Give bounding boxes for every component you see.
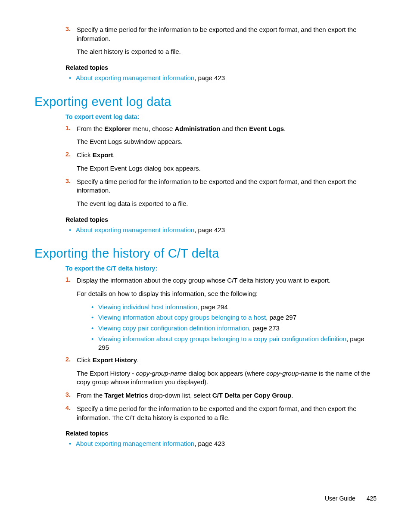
- related-topics-list: About exporting management information, …: [65, 226, 377, 235]
- step-result: The Export History - copy-group-name dia…: [77, 369, 377, 387]
- related-topics-heading: Related topics: [65, 430, 377, 437]
- page-number: 425: [367, 495, 377, 502]
- step-4: 4. Specify a time period for the informa…: [65, 404, 377, 422]
- step-text: Display the information about the copy g…: [77, 276, 377, 285]
- procedure-title: To export the C/T delta history:: [65, 265, 377, 272]
- step-number: 3.: [65, 391, 71, 398]
- footer-label: User Guide: [325, 495, 355, 502]
- step-number: 1.: [65, 124, 71, 131]
- step-text: From the Target Metrics drop-down list, …: [77, 391, 377, 400]
- related-topic-item: About exporting management information, …: [65, 439, 377, 448]
- step-text: From the Explorer menu, choose Administr…: [77, 124, 377, 134]
- reference-item: Viewing information about copy groups be…: [88, 313, 377, 322]
- step-subtext: For details on how to display this infor…: [77, 289, 377, 299]
- related-topics-heading: Related topics: [65, 64, 377, 71]
- reference-item: Viewing individual host information, pag…: [88, 303, 377, 312]
- step-1: 1. From the Explorer menu, choose Admini…: [65, 124, 377, 146]
- step-text: Click Export History.: [77, 356, 377, 365]
- step-number: 2.: [65, 151, 71, 158]
- step-text: Specify a time period for the informatio…: [77, 177, 377, 195]
- related-topics-heading: Related topics: [65, 216, 377, 223]
- reference-item: Viewing copy pair configuration definiti…: [88, 324, 377, 333]
- section-title-ct-delta: Exporting the history of C/T delta: [34, 246, 377, 261]
- related-link[interactable]: About exporting management information: [76, 440, 194, 447]
- ref-link-copy-pair-config[interactable]: Viewing copy pair configuration definiti…: [98, 324, 249, 332]
- step-result: The Event Logs subwindow appears.: [77, 137, 377, 146]
- ref-link-host-info[interactable]: Viewing individual host information: [98, 303, 197, 311]
- step-number: 2.: [65, 356, 71, 363]
- content-area: 3. Specify a time period for the informa…: [65, 25, 377, 448]
- page: 3. Specify a time period for the informa…: [0, 0, 411, 532]
- ref-link-copy-groups-host[interactable]: Viewing information about copy groups be…: [98, 314, 266, 321]
- step-number: 1.: [65, 276, 71, 283]
- page-footer: User Guide 425: [325, 495, 377, 502]
- related-link[interactable]: About exporting management information: [76, 226, 194, 233]
- ref-link-copy-groups-definition[interactable]: Viewing information about copy groups be…: [98, 335, 346, 342]
- event-log-steps: 1. From the Explorer menu, choose Admini…: [65, 124, 377, 208]
- ct-delta-steps: 1. Display the information about the cop…: [65, 276, 377, 422]
- reference-item: Viewing information about copy groups be…: [88, 335, 377, 352]
- related-topic-item: About exporting management information, …: [65, 226, 377, 235]
- related-topics-list: About exporting management information, …: [65, 74, 377, 83]
- step-number: 4.: [65, 404, 71, 411]
- step-3: 3. Specify a time period for the informa…: [65, 25, 377, 56]
- related-topics-list: About exporting management information, …: [65, 439, 377, 448]
- reference-links: Viewing individual host information, pag…: [88, 303, 377, 352]
- step-text: Specify a time period for the informatio…: [77, 25, 377, 43]
- step-text: Click Export.: [77, 151, 377, 160]
- step-number: 3.: [65, 177, 71, 184]
- step-result: The event log data is exported to a file…: [77, 199, 377, 208]
- related-page-ref: , page 423: [194, 74, 225, 81]
- step-result: The Export Event Logs dialog box appears…: [77, 164, 377, 173]
- related-page-ref: , page 423: [194, 226, 225, 233]
- top-steps: 3. Specify a time period for the informa…: [65, 25, 377, 56]
- step-2: 2. Click Export. The Export Event Logs d…: [65, 151, 377, 173]
- step-2: 2. Click Export History. The Export Hist…: [65, 356, 377, 387]
- related-link[interactable]: About exporting management information: [76, 74, 194, 81]
- step-text: Specify a time period for the informatio…: [77, 404, 377, 422]
- step-3: 3. From the Target Metrics drop-down lis…: [65, 391, 377, 400]
- procedure-title: To export event log data:: [65, 113, 377, 120]
- step-number: 3.: [65, 25, 71, 32]
- step-1: 1. Display the information about the cop…: [65, 276, 377, 352]
- related-page-ref: , page 423: [194, 440, 225, 447]
- step-3: 3. Specify a time period for the informa…: [65, 177, 377, 208]
- section-title-event-log: Exporting event log data: [34, 95, 377, 109]
- step-result: The alert history is exported to a file.: [77, 47, 377, 56]
- related-topic-item: About exporting management information, …: [65, 74, 377, 83]
